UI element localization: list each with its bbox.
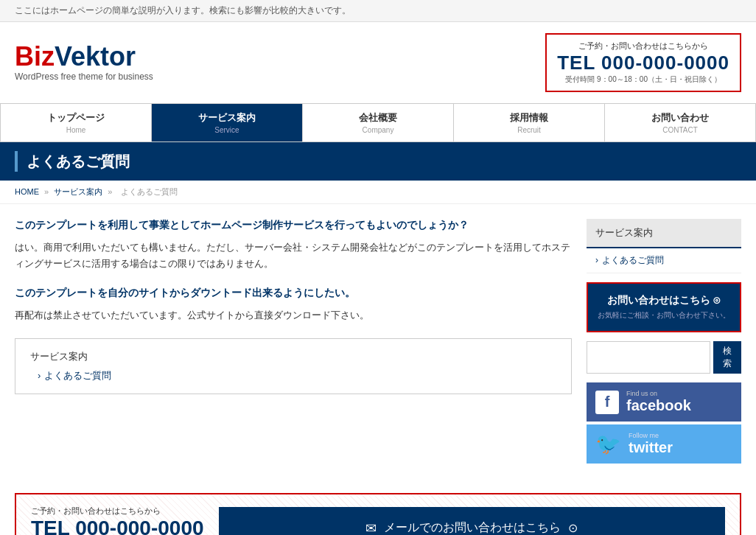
sidebar-cta-button[interactable]: お問い合わせはこちら ⊙ お気軽にご相談・お問い合わせ下さい。 — [587, 282, 741, 332]
twitter-icon: 🐦 — [595, 432, 621, 456]
bottom-cta: ご予約・お問い合わせはこちらから TEL 000-000-0000 受付時間 9… — [15, 493, 741, 535]
bottom-cta-button[interactable]: ✉ メールでのお問い合わせはこちら ⊙ — [219, 507, 725, 536]
content-sidebar-box: サービス案内 よくあるご質問 — [15, 338, 572, 394]
breadcrumb-current: よくあるご質問 — [121, 187, 178, 196]
facebook-icon: f — [595, 391, 619, 414]
content-box-link[interactable]: よくあるご質問 — [30, 369, 556, 382]
page-title-bar: よくあるご質問 — [0, 142, 756, 181]
search-button[interactable]: 検索 — [713, 341, 741, 374]
header-tel: TEL 000-000-0000 — [557, 52, 729, 74]
twitter-link[interactable]: 🐦 Follow me twitter — [587, 424, 741, 464]
contact-label: ご予約・お問い合わせはこちらから — [557, 41, 729, 52]
faq-answer-1: はい。商用で利用いただいても構いません。ただし、サーバー会社・システム開発会社な… — [15, 239, 572, 272]
main-layout: このテンプレートを利用して事業としてホームページ制作サービスを行ってもよいのでし… — [0, 204, 756, 478]
sidebar-section-title: サービス案内 — [587, 219, 741, 248]
sidebar-social: f Find us on facebook 🐦 Follow me twitte… — [587, 382, 741, 464]
content-box-title: サービス案内 — [30, 350, 556, 363]
mail-icon: ✉ — [365, 520, 377, 536]
header: BizVektor WordPress free theme for busin… — [0, 22, 756, 103]
breadcrumb-service[interactable]: サービス案内 — [54, 187, 102, 196]
logo-blue: Vektor — [55, 41, 136, 71]
sidebar: サービス案内 よくあるご質問 お問い合わせはこちら ⊙ お気軽にご相談・お問い合… — [587, 219, 741, 464]
faq-question-1: このテンプレートを利用して事業としてホームページ制作サービスを行ってもよいのでし… — [15, 219, 572, 232]
twitter-name: twitter — [629, 439, 673, 456]
facebook-find-us: Find us on — [626, 390, 691, 397]
nav-item-company[interactable]: 会社概要 Company — [303, 104, 454, 141]
facebook-link[interactable]: f Find us on facebook — [587, 382, 741, 422]
logo-text: BizVektor — [15, 43, 153, 70]
page-title: よくあるご質問 — [27, 152, 130, 172]
bottom-cta-small: ご予約・お問い合わせはこちらから — [31, 506, 204, 517]
arrow-icon: ⊙ — [568, 521, 578, 535]
nav-item-service[interactable]: サービス案内 Service — [152, 104, 303, 141]
bottom-cta-info: ご予約・お問い合わせはこちらから TEL 000-000-0000 受付時間 9… — [31, 506, 204, 535]
top-description: ここにはホームページの簡単な説明が入ります。検索にも影響が比較的大きいです。 — [0, 0, 756, 22]
header-hours: 受付時間 9：00～18：00（土・日・祝日除く） — [557, 74, 729, 85]
bottom-cta-btn-label: メールでのお問い合わせはこちら — [384, 520, 561, 535]
faq-answer-2: 再配布は禁止させていただいています。公式サイトから直接ダウンロード下さい。 — [15, 307, 572, 324]
logo-sub: WordPress free theme for business — [15, 71, 153, 82]
nav-item-top[interactable]: トップページ Home — [0, 104, 152, 141]
nav-item-contact[interactable]: お問い合わせ CONTACT — [605, 104, 756, 141]
bottom-cta-tel: TEL 000-000-0000 — [31, 517, 204, 535]
nav-item-recruit[interactable]: 採用情報 Recruit — [454, 104, 605, 141]
main-nav: トップページ Home サービス案内 Service 会社概要 Company … — [0, 103, 756, 142]
header-contact-box: ご予約・お問い合わせはこちらから TEL 000-000-0000 受付時間 9… — [545, 33, 741, 92]
faq-question-2: このテンプレートを自分のサイトからダウントード出来るようにしたい。 — [15, 287, 572, 300]
breadcrumb: HOME » サービス案内 » よくあるご質問 — [0, 181, 756, 204]
logo[interactable]: BizVektor WordPress free theme for busin… — [15, 43, 153, 82]
breadcrumb-home[interactable]: HOME — [15, 187, 39, 196]
twitter-follow-me: Follow me — [629, 432, 673, 439]
sidebar-cta-main: お問い合わせはこちら ⊙ — [597, 294, 731, 307]
sidebar-search: 検索 — [587, 341, 741, 374]
description-text: ここにはホームページの簡単な説明が入ります。検索にも影響が比較的大きいです。 — [15, 5, 351, 15]
logo-red: Biz — [15, 41, 55, 71]
sidebar-link-faq[interactable]: よくあるご質問 — [587, 248, 741, 273]
search-input[interactable] — [587, 341, 710, 374]
sidebar-cta-sub: お気軽にご相談・お問い合わせ下さい。 — [597, 310, 731, 321]
facebook-name: facebook — [626, 397, 691, 414]
main-content: このテンプレートを利用して事業としてホームページ制作サービスを行ってもよいのでし… — [15, 219, 572, 394]
